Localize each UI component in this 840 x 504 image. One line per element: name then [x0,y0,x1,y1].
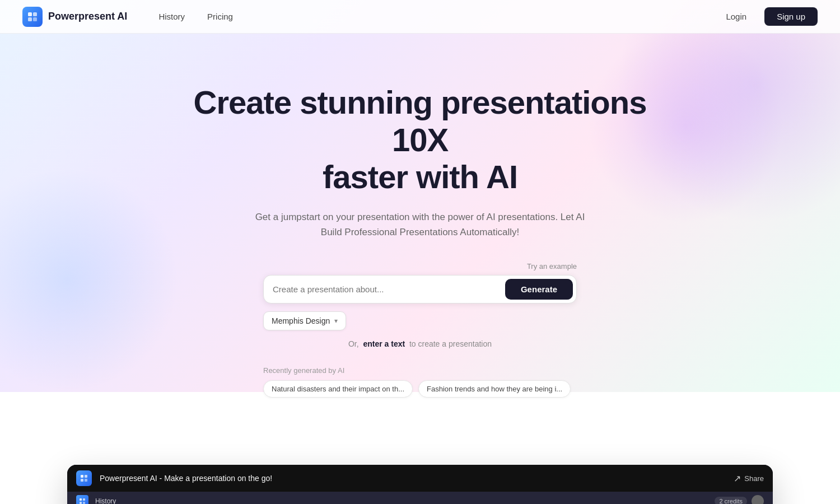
chip-natural-disasters[interactable]: Natural disasters and their impact on th… [263,380,413,398]
logo-link[interactable]: Powerpresent AI [22,7,127,27]
generate-button[interactable]: Generate [505,279,573,300]
inner-history-label: History [95,497,116,504]
share-label: Share [744,474,764,483]
svg-rect-0 [28,12,32,16]
svg-rect-6 [81,479,83,482]
signup-button[interactable]: Sign up [764,7,818,26]
video-right: ↗ Share [729,473,764,484]
video-title: Powerpresent AI - Make a presentation on… [100,474,721,483]
chip-fashion-trends[interactable]: Fashion trends and how they are being i.… [418,380,571,398]
inner-logo-icon [76,495,88,504]
recently-section: Recently generated by AI Natural disaste… [263,366,577,398]
svg-rect-4 [81,475,83,478]
inner-credits-badge: 2 credits [715,497,747,504]
chevron-down-icon: ▾ [334,317,338,325]
svg-rect-8 [80,498,82,501]
video-container: Powerpresent AI - Make a presentation on… [67,465,773,504]
svg-rect-11 [83,502,85,504]
hero-title: Create stunning presentations 10X faster… [190,84,650,196]
nav-link-history[interactable]: History [150,8,194,25]
or-text: Or, enter a text to create a presentatio… [263,339,577,348]
main-content: Create stunning presentations 10X faster… [0,34,840,504]
video-topbar: Powerpresent AI - Make a presentation on… [67,465,773,492]
login-button[interactable]: Login [715,7,758,26]
video-section: Powerpresent AI - Make a presentation on… [0,465,840,504]
try-example-label[interactable]: Try an example [263,262,577,270]
style-row: Memphis Design ▾ [263,311,577,330]
nav-links: History Pricing [150,8,242,25]
recently-chips: Natural disasters and their impact on th… [263,380,577,398]
logo-icon [22,7,43,27]
nav-right: Login Sign up [715,7,818,26]
share-area[interactable]: ↗ Share [734,473,764,484]
recently-label: Recently generated by AI [263,366,577,375]
svg-rect-5 [85,475,87,478]
video-inner-nav: History 2 credits [67,492,773,504]
video-logo-icon [76,470,92,486]
inner-right: 2 credits [715,495,764,504]
presentation-input[interactable] [273,284,505,294]
inner-avatar [752,495,764,504]
svg-rect-10 [80,502,82,504]
svg-rect-9 [83,498,85,501]
hero-section: Create stunning presentations 10X faster… [168,34,672,431]
svg-rect-7 [85,479,87,482]
enter-text-link[interactable]: enter a text [363,339,405,348]
input-section: Try an example Generate Memphis Design ▾… [263,262,577,398]
logo-text: Powerpresent AI [48,11,127,22]
hero-subtitle: Get a jumpstart on your presentation wit… [252,209,588,240]
input-row: Generate [263,275,577,304]
svg-rect-1 [33,12,37,16]
svg-rect-2 [28,17,32,21]
style-label: Memphis Design [272,316,330,325]
style-dropdown[interactable]: Memphis Design ▾ [263,311,346,330]
share-icon: ↗ [734,473,741,484]
navbar: Powerpresent AI History Pricing Login Si… [0,0,840,34]
nav-link-pricing[interactable]: Pricing [198,8,242,25]
svg-rect-3 [33,17,37,21]
